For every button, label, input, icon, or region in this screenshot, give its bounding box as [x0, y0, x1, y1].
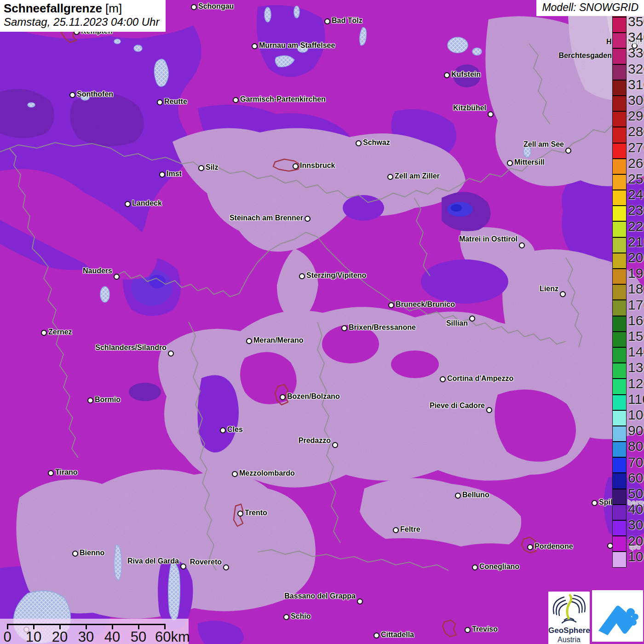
city-label: Mezzolombardo: [239, 470, 295, 477]
colorbar-cell: [613, 551, 626, 567]
city-label: Treviso: [472, 626, 498, 633]
city-marker: [357, 598, 363, 604]
city-marker: [299, 273, 305, 279]
city-marker: [69, 92, 75, 98]
city-label: Brixen/Bressanone: [349, 324, 416, 331]
city-label: Schio: [291, 613, 311, 620]
city-marker: [159, 172, 165, 178]
colorbar-cell: [613, 284, 626, 299]
city-label: Tirano: [55, 469, 78, 476]
city-marker: [465, 627, 471, 633]
city-marker: [48, 470, 54, 476]
city-marker: [374, 632, 380, 638]
city-label: Predazzo: [299, 437, 331, 444]
colorbar-cell: [613, 410, 626, 426]
city-label: Landeck: [132, 200, 162, 207]
city-label: Sillian: [446, 320, 468, 327]
city-label: Schongau: [198, 3, 234, 10]
city-marker: [592, 500, 598, 506]
city-marker: [519, 242, 525, 248]
city-label: Bruneck/Brunico: [396, 301, 455, 308]
city-label: Garmisch-Partenkirchen: [240, 96, 326, 103]
city-label: Meran/Merano: [253, 337, 303, 344]
city-marker: [565, 148, 571, 154]
colorbar-cell: [613, 95, 626, 111]
city-marker: [191, 4, 197, 10]
city-marker: [220, 427, 226, 433]
city-marker: [72, 551, 78, 557]
city-marker: [293, 163, 299, 169]
city-label: Kufstein: [451, 71, 481, 78]
colorbar-cell: [613, 472, 626, 488]
colorbar: [612, 12, 627, 568]
city-label: Zell am Ziller: [395, 172, 440, 180]
colorbar-cell: [613, 111, 626, 126]
colorbar-cell: [613, 347, 626, 362]
occluded-city-label: Berchtesgaden: [558, 52, 612, 59]
title-box: Schneefallgrenze [m] Samstag, 25.11.2023…: [0, 0, 166, 32]
city-label: Lienz: [540, 285, 558, 293]
city-label: Sonthofen: [77, 91, 113, 98]
city-label: Riva del Garda: [127, 558, 179, 565]
colorbar-cell: [613, 205, 626, 221]
scalebar-label: 60km: [155, 630, 190, 644]
city-label: Pordenone: [535, 543, 573, 550]
city-marker: [356, 140, 362, 146]
city-label: Murnau am Staffelsee: [259, 42, 335, 49]
colorbar-cell: [613, 504, 626, 520]
colorbar-cell: [613, 80, 626, 95]
blue-mountain-icon: [592, 590, 643, 642]
city-label: Sterzing/Vipiteno: [306, 272, 366, 279]
colorbar-cell: [613, 535, 626, 551]
city-marker: [180, 564, 186, 569]
colorbar-cell: [613, 441, 626, 457]
city-label: Trento: [245, 509, 267, 517]
colorbar-cell: [613, 143, 626, 158]
city-label: Cortina d'Ampezzo: [447, 375, 513, 382]
map-title: Schneefallgrenze [m]: [4, 2, 159, 16]
map-datetime: Samstag, 25.11.2023 04:00 Uhr: [4, 16, 159, 29]
colorbar-cell: [613, 32, 626, 48]
title-unit: [m]: [105, 1, 122, 15]
geosphere-wordmark: GeoSphere: [548, 627, 590, 635]
city-marker: [507, 160, 513, 166]
city-label: Pieve di Cadore: [430, 402, 485, 409]
city-label: Matrei in Osttirol: [459, 236, 518, 243]
city-label: Feltre: [400, 526, 420, 533]
colorbar-cell: [613, 190, 626, 205]
city-marker: [252, 43, 258, 49]
city-marker: [87, 397, 93, 403]
city-marker: [114, 274, 120, 280]
city-label: Innsbruck: [300, 162, 335, 169]
city-marker: [388, 302, 394, 308]
city-label: Bozen/Bolzano: [287, 393, 340, 400]
city-marker: [324, 18, 330, 24]
city-marker: [486, 407, 492, 413]
city-label: Cittadella: [381, 631, 414, 638]
city-label: Rovereto: [190, 558, 222, 566]
city-label: Bad Tölz: [332, 17, 362, 24]
colorbar-cell: [613, 126, 626, 142]
city-label: Zernez: [48, 328, 72, 336]
colorbar-cell: [613, 457, 626, 472]
geosphere-contours-icon: [548, 592, 590, 625]
city-marker: [237, 511, 243, 517]
title-heading: Schneefallgrenze: [4, 1, 102, 15]
model-label: Modell: SNOWGRID: [536, 0, 644, 16]
colorbar-cell: [613, 331, 626, 347]
city-marker: [305, 216, 310, 222]
colorbar-cell: [613, 221, 626, 236]
scalebar-label: 0: [3, 630, 11, 644]
city-marker: [246, 338, 252, 344]
city-label: Imst: [167, 170, 182, 178]
city-marker: [472, 564, 478, 570]
city-label: Conegliano: [479, 563, 519, 570]
city-label: Nauders: [83, 267, 112, 275]
scalebar-label: 50: [131, 630, 146, 644]
colorbar-cell: [613, 17, 626, 32]
city-label: Bienno: [80, 549, 104, 557]
colorbar-cell: [613, 426, 626, 441]
city-label: Bormio: [95, 396, 121, 403]
colorbar-cell: [613, 378, 626, 394]
city-marker: [280, 394, 286, 400]
